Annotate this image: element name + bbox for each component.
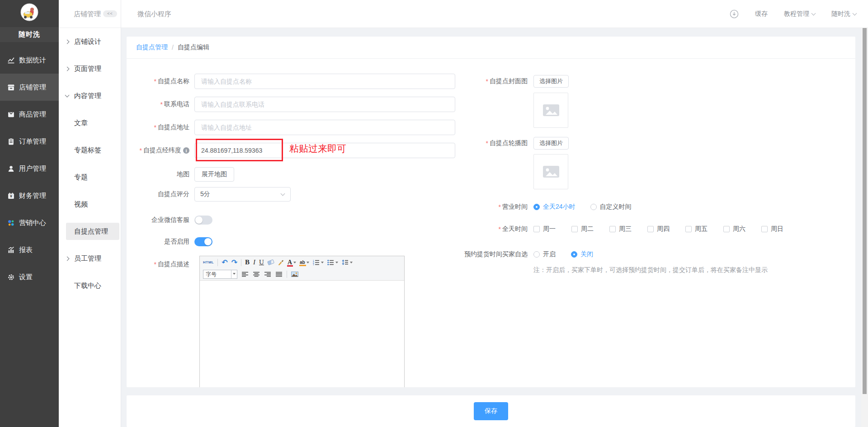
vertical-scrollbar[interactable] <box>861 28 868 427</box>
submenu-item-videos[interactable]: 视频 <box>59 191 121 218</box>
description-rich-text-editor: HTML ↶ ↷ B I U A ab 123 <box>199 256 405 387</box>
choose-carousel-image-button[interactable]: 选择图片 <box>533 137 569 150</box>
download-button[interactable] <box>730 9 739 19</box>
submenu-item-staff-management[interactable]: 员工管理 <box>59 245 121 272</box>
form-row-business-hours: * 营业时间 全天24小时 自定义时间 <box>429 203 632 211</box>
pickup-name-input[interactable] <box>194 74 455 89</box>
required-asterisk: * <box>486 140 488 147</box>
account-menu[interactable]: 随时洗 <box>831 10 856 18</box>
form-row-all-day: * 全天时间 周一 周二 周三 周四 周五 周六 周日 <box>429 225 783 233</box>
required-asterisk: * <box>140 147 142 154</box>
checkbox-saturday[interactable]: 周六 <box>723 225 745 233</box>
sidebar-item-label: 店铺管理 <box>19 83 46 92</box>
brand-name: 随时洗 <box>19 30 40 39</box>
form-row-description-label: * 自提点描述 <box>127 260 194 268</box>
required-asterisk: * <box>160 101 163 108</box>
checkbox-monday[interactable]: 周一 <box>533 225 556 233</box>
scrollbar-thumb[interactable] <box>863 28 867 394</box>
align-justify-button[interactable] <box>275 272 283 277</box>
ordered-list-button[interactable]: 123 <box>313 259 324 265</box>
align-right-button[interactable] <box>264 272 271 277</box>
chevron-right-icon <box>65 256 70 261</box>
submenu-item-content-management[interactable]: 内容管理 <box>59 82 121 109</box>
font-size-select[interactable]: 字号 <box>203 270 237 279</box>
bold-button[interactable]: B <box>245 258 250 266</box>
submenu-item-topics[interactable]: 专题 <box>59 164 121 191</box>
edit-form-card: 自提点管理 / 自提点编辑 * 自提点名称 * 联系电话 * 自提点地址 <box>127 37 855 387</box>
radio-pickup-time-off[interactable]: 关闭 <box>571 250 593 258</box>
sidebar-item-goods-management[interactable]: 商品管理 <box>0 101 59 128</box>
sidebar-item-shop-management[interactable]: 店铺管理 <box>0 74 59 101</box>
sidebar-item-reports[interactable]: 报表 <box>0 236 59 263</box>
html-source-button[interactable]: HTML <box>203 260 214 264</box>
sidebar-item-user-management[interactable]: 用户管理 <box>0 155 59 182</box>
checkbox-friday[interactable]: 周五 <box>685 225 708 233</box>
primary-sidebar: 随时洗 数据统计 店铺管理 商品管理 订单管理 <box>0 0 59 427</box>
format-brush-icon[interactable] <box>278 259 284 266</box>
checkbox-sunday[interactable]: 周日 <box>761 225 783 233</box>
redo-icon[interactable]: ↷ <box>231 259 237 266</box>
checkbox-wednesday[interactable]: 周三 <box>609 225 632 233</box>
submenu-item-pickup-point-management[interactable]: 自提点管理 <box>59 218 121 245</box>
expand-map-button[interactable]: 展开地图 <box>194 167 234 182</box>
remove-format-icon[interactable] <box>268 260 274 264</box>
form-row-latlng: * 自提点经纬度 i 粘贴过来即可 <box>127 143 455 158</box>
italic-button[interactable]: I <box>253 258 255 266</box>
editor-content-area[interactable] <box>200 281 404 387</box>
save-button[interactable]: 保存 <box>474 402 508 420</box>
field-label: * 自提点名称 <box>127 77 194 85</box>
pickup-address-input[interactable] <box>194 120 455 135</box>
highlight-color-button[interactable]: ab <box>300 260 309 265</box>
align-left-button[interactable] <box>241 272 249 277</box>
font-color-button[interactable]: A <box>288 259 296 265</box>
primary-nav: 数据统计 店铺管理 商品管理 订单管理 用户管理 <box>0 47 59 291</box>
contact-phone-input[interactable] <box>194 97 455 112</box>
submenu-item-shop-design[interactable]: 店铺设计 <box>59 28 121 55</box>
required-asterisk: * <box>486 78 488 85</box>
line-height-button[interactable] <box>342 259 353 265</box>
submenu-item-articles[interactable]: 文章 <box>59 109 121 136</box>
breadcrumb-root-link[interactable]: 自提点管理 <box>136 43 168 52</box>
sidebar-item-settings[interactable]: 设置 <box>0 263 59 291</box>
checkbox-tuesday[interactable]: 周二 <box>571 225 594 233</box>
submenu-item-download-center[interactable]: 下载中心 <box>59 272 121 299</box>
carousel-upload-box[interactable] <box>533 154 568 189</box>
tutorial-menu[interactable]: 教程管理 <box>784 10 815 18</box>
field-label: * 自提点封面图 <box>429 77 533 85</box>
wecom-service-toggle[interactable] <box>194 216 212 225</box>
choose-cover-image-button[interactable]: 选择图片 <box>533 75 569 88</box>
cover-image-placeholder <box>533 93 568 128</box>
submenu-item-page-management[interactable]: 页面管理 <box>59 55 121 82</box>
topbar: 微信小程序 缓存 教程管理 随时洗 <box>121 0 868 28</box>
checkbox-thursday[interactable]: 周四 <box>647 225 670 233</box>
submenu-item-topic-tags[interactable]: 专题标签 <box>59 136 121 164</box>
collapse-sidebar-button[interactable]: << <box>103 10 117 17</box>
breadcrumb-current: 自提点编辑 <box>178 43 209 52</box>
field-label: * 自提点描述 <box>127 260 194 268</box>
sidebar-item-marketing-center[interactable]: 营销中心 <box>0 209 59 236</box>
cache-button[interactable]: 缓存 <box>755 10 768 18</box>
sidebar-item-finance-management[interactable]: ¥ 财务管理 <box>0 182 59 209</box>
cover-upload-box[interactable] <box>533 93 568 128</box>
download-icon <box>730 9 739 19</box>
enable-toggle[interactable] <box>194 237 212 246</box>
underline-button[interactable]: U <box>259 258 264 266</box>
align-center-button[interactable] <box>253 272 260 277</box>
sidebar-item-data-stats[interactable]: 数据统计 <box>0 47 59 74</box>
sidebar-item-order-management[interactable]: 订单管理 <box>0 128 59 155</box>
unordered-list-button[interactable] <box>327 259 338 265</box>
radio-all-day-24h[interactable]: 全天24小时 <box>533 203 576 211</box>
rating-select[interactable]: 5分 <box>194 187 291 202</box>
form-row-address: * 自提点地址 <box>127 120 455 135</box>
radio-custom-time[interactable]: 自定义时间 <box>590 203 632 211</box>
info-icon[interactable]: i <box>183 147 189 154</box>
brand-logo[interactable] <box>20 3 38 21</box>
radio-pickup-time-on[interactable]: 开启 <box>533 250 556 258</box>
field-label: * 自提点经纬度 i <box>127 146 194 155</box>
undo-icon[interactable]: ↶ <box>222 259 227 266</box>
field-label: * 营业时间 <box>429 203 533 211</box>
insert-image-button[interactable] <box>291 272 298 277</box>
red-annotation-text: 粘贴过来即可 <box>289 142 346 155</box>
field-label: * 自提点轮播图 <box>429 139 533 147</box>
dropdown-caret-icon <box>321 262 324 265</box>
